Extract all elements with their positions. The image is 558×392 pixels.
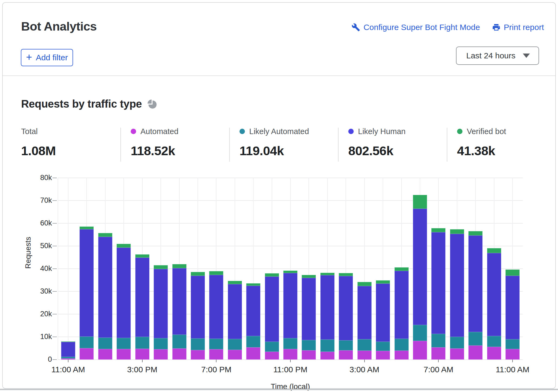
bar-segment-automated[interactable]: [209, 349, 223, 360]
bar-segment-likely-human[interactable]: [357, 286, 372, 339]
bar-segment-verified-bot[interactable]: [357, 282, 372, 286]
bar-segment-likely-automated[interactable]: [487, 336, 501, 347]
bar-segment-likely-human[interactable]: [172, 268, 186, 335]
bar-segment-verified-bot[interactable]: [487, 248, 501, 253]
bar-segment-likely-automated[interactable]: [246, 336, 260, 348]
bar-segment-likely-automated[interactable]: [135, 337, 149, 349]
bar-segment-likely-human[interactable]: [228, 284, 242, 339]
bar-segment-likely-automated[interactable]: [209, 339, 223, 349]
print-report-link[interactable]: Print report: [492, 23, 544, 32]
bar-segment-automated[interactable]: [487, 347, 501, 360]
bar-segment-likely-human[interactable]: [431, 232, 445, 334]
bar-segment-verified-bot[interactable]: [468, 231, 482, 235]
bar-segment-verified-bot[interactable]: [395, 267, 409, 271]
bar-segment-automated[interactable]: [117, 349, 131, 360]
bar-segment-likely-automated[interactable]: [98, 338, 112, 349]
bar-segment-automated[interactable]: [228, 350, 242, 360]
bar-segment-automated[interactable]: [98, 349, 112, 360]
bar-segment-likely-human[interactable]: [450, 234, 464, 337]
bar-segment-verified-bot[interactable]: [228, 281, 242, 284]
bar-segment-automated[interactable]: [395, 351, 409, 360]
bar-segment-automated[interactable]: [320, 352, 334, 360]
bar-segment-likely-human[interactable]: [339, 276, 353, 340]
bar-segment-verified-bot[interactable]: [506, 270, 520, 276]
bar-segment-likely-automated[interactable]: [450, 337, 464, 348]
bar-segment-likely-human[interactable]: [487, 253, 501, 336]
bar-segment-verified-bot[interactable]: [339, 273, 353, 276]
bar-segment-verified-bot[interactable]: [283, 271, 297, 273]
bar-segment-likely-automated[interactable]: [61, 357, 75, 358]
bar-segment-automated[interactable]: [283, 349, 297, 360]
bar-segment-automated[interactable]: [376, 351, 390, 360]
bar-segment-verified-bot[interactable]: [135, 254, 149, 258]
bar-segment-likely-automated[interactable]: [265, 342, 279, 352]
bar-segment-likely-human[interactable]: [506, 276, 520, 339]
bar-segment-automated[interactable]: [357, 351, 372, 360]
bar-segment-likely-human[interactable]: [98, 237, 112, 338]
bar-segment-automated[interactable]: [191, 350, 205, 360]
bar-segment-verified-bot[interactable]: [413, 195, 427, 209]
bar-segment-verified-bot[interactable]: [172, 264, 186, 268]
bar-segment-likely-automated[interactable]: [413, 325, 427, 341]
bar-segment-automated[interactable]: [246, 347, 260, 360]
time-range-dropdown[interactable]: Last 24 hours: [456, 46, 539, 65]
bar-segment-automated[interactable]: [506, 349, 520, 360]
bar-segment-likely-automated[interactable]: [376, 342, 390, 351]
bar-segment-verified-bot[interactable]: [450, 229, 464, 234]
bar-segment-automated[interactable]: [413, 341, 427, 360]
bar-segment-likely-human[interactable]: [209, 275, 223, 339]
bar-segment-likely-human[interactable]: [191, 276, 205, 338]
bar-segment-likely-human[interactable]: [154, 269, 168, 338]
bar-segment-verified-bot[interactable]: [320, 273, 334, 275]
bar-segment-likely-automated[interactable]: [468, 332, 482, 346]
bar-segment-likely-automated[interactable]: [117, 338, 131, 349]
bar-segment-likely-human[interactable]: [80, 229, 94, 337]
bar-segment-automated[interactable]: [265, 352, 279, 360]
bar-segment-verified-bot[interactable]: [117, 244, 131, 248]
bar-segment-verified-bot[interactable]: [302, 275, 316, 278]
bar-segment-likely-human[interactable]: [395, 271, 409, 339]
bar-segment-likely-automated[interactable]: [302, 340, 316, 350]
bar-segment-automated[interactable]: [154, 349, 168, 360]
bar-segment-automated[interactable]: [135, 349, 149, 360]
bar-segment-automated[interactable]: [302, 350, 316, 360]
bar-segment-likely-human[interactable]: [468, 235, 482, 332]
configure-super-bot-fight-mode-link[interactable]: Configure Super Bot Fight Mode: [352, 23, 480, 32]
bar-segment-automated[interactable]: [431, 347, 445, 360]
bar-segment-verified-bot[interactable]: [80, 227, 94, 229]
bar-segment-likely-human[interactable]: [320, 275, 334, 340]
bar-segment-likely-human[interactable]: [117, 248, 131, 338]
bar-segment-likely-human[interactable]: [246, 286, 260, 336]
bar-segment-verified-bot[interactable]: [265, 273, 279, 277]
bar-segment-likely-automated[interactable]: [228, 339, 242, 350]
bar-segment-verified-bot[interactable]: [376, 280, 390, 284]
bar-segment-automated[interactable]: [80, 348, 94, 360]
bar-segment-likely-human[interactable]: [61, 342, 75, 357]
bar-segment-likely-automated[interactable]: [395, 339, 409, 351]
bar-segment-likely-automated[interactable]: [339, 340, 353, 350]
bar-segment-likely-automated[interactable]: [283, 338, 297, 349]
bar-segment-likely-human[interactable]: [413, 209, 427, 325]
bar-segment-automated[interactable]: [172, 348, 186, 360]
add-filter-button[interactable]: + Add filter: [21, 49, 73, 66]
bar-segment-likely-human[interactable]: [376, 284, 390, 342]
bar-segment-verified-bot[interactable]: [431, 228, 445, 232]
bar-segment-verified-bot[interactable]: [98, 233, 112, 237]
bar-segment-automated[interactable]: [450, 348, 464, 360]
bar-segment-automated[interactable]: [468, 346, 482, 360]
bar-segment-automated[interactable]: [339, 350, 353, 360]
bar-segment-likely-automated[interactable]: [172, 335, 186, 348]
bar-segment-likely-human[interactable]: [283, 273, 297, 338]
bar-segment-likely-automated[interactable]: [320, 340, 334, 352]
bar-segment-verified-bot[interactable]: [209, 271, 223, 275]
bar-segment-likely-human[interactable]: [265, 277, 279, 342]
bar-segment-likely-automated[interactable]: [431, 334, 445, 347]
bar-segment-verified-bot[interactable]: [154, 265, 168, 269]
bar-segment-likely-human[interactable]: [135, 258, 149, 337]
bar-segment-verified-bot[interactable]: [191, 272, 205, 276]
bar-segment-verified-bot[interactable]: [61, 341, 75, 342]
bar-segment-likely-automated[interactable]: [80, 337, 94, 348]
bar-segment-likely-automated[interactable]: [191, 338, 205, 350]
bar-segment-likely-automated[interactable]: [357, 339, 372, 351]
bar-segment-likely-automated[interactable]: [506, 339, 520, 349]
